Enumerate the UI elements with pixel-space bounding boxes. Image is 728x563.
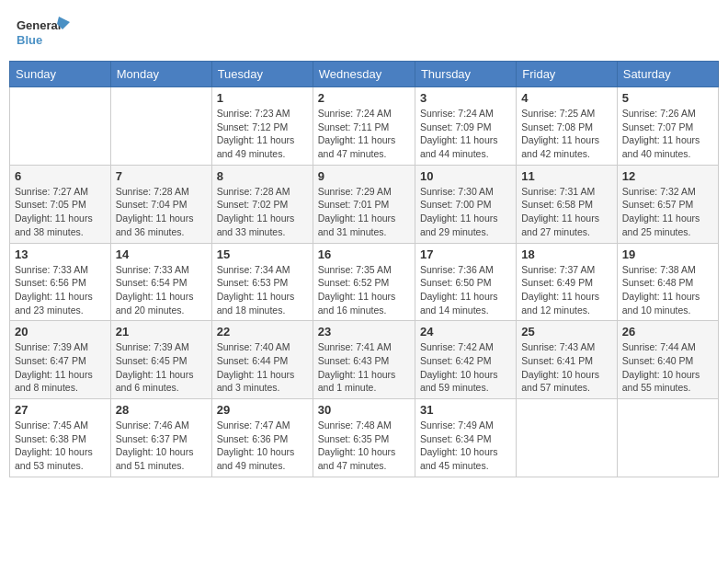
- day-number: 25: [521, 325, 611, 339]
- day-info: Sunrise: 7:26 AMSunset: 7:07 PMDaylight:…: [622, 107, 713, 161]
- calendar-cell: 19Sunrise: 7:38 AMSunset: 6:48 PMDayligh…: [617, 243, 718, 321]
- logo: GeneralBlue: [17, 13, 72, 50]
- day-number: 10: [420, 169, 511, 183]
- day-number: 4: [521, 91, 611, 105]
- day-info: Sunrise: 7:37 AMSunset: 6:49 PMDaylight:…: [521, 263, 611, 317]
- day-number: 6: [15, 169, 106, 183]
- day-info: Sunrise: 7:38 AMSunset: 6:48 PMDaylight:…: [622, 263, 713, 317]
- col-header-saturday: Saturday: [617, 62, 718, 87]
- calendar-cell: 15Sunrise: 7:34 AMSunset: 6:53 PMDayligh…: [211, 243, 313, 321]
- calendar-week-1: 1Sunrise: 7:23 AMSunset: 7:12 PMDaylight…: [10, 87, 719, 166]
- day-number: 14: [116, 247, 207, 261]
- calendar-cell: 24Sunrise: 7:42 AMSunset: 6:42 PMDayligh…: [415, 321, 516, 399]
- calendar-cell: [10, 87, 111, 166]
- calendar-cell: 13Sunrise: 7:33 AMSunset: 6:56 PMDayligh…: [10, 243, 111, 321]
- day-info: Sunrise: 7:42 AMSunset: 6:42 PMDaylight:…: [420, 340, 511, 395]
- day-info: Sunrise: 7:25 AMSunset: 7:08 PMDaylight:…: [521, 107, 611, 161]
- day-number: 5: [622, 91, 713, 105]
- calendar-cell: 12Sunrise: 7:32 AMSunset: 6:57 PMDayligh…: [617, 165, 718, 243]
- calendar-cell: 14Sunrise: 7:33 AMSunset: 6:54 PMDayligh…: [110, 243, 211, 321]
- calendar-cell: 18Sunrise: 7:37 AMSunset: 6:49 PMDayligh…: [517, 243, 617, 321]
- calendar-cell: 21Sunrise: 7:39 AMSunset: 6:45 PMDayligh…: [110, 321, 211, 399]
- day-info: Sunrise: 7:32 AMSunset: 6:57 PMDaylight:…: [622, 185, 713, 239]
- calendar-cell: 5Sunrise: 7:26 AMSunset: 7:07 PMDaylight…: [617, 87, 718, 166]
- day-number: 22: [217, 325, 308, 339]
- calendar-cell: 25Sunrise: 7:43 AMSunset: 6:41 PMDayligh…: [517, 321, 617, 399]
- day-info: Sunrise: 7:33 AMSunset: 6:56 PMDaylight:…: [15, 263, 106, 317]
- col-header-friday: Friday: [517, 62, 617, 87]
- day-info: Sunrise: 7:39 AMSunset: 6:47 PMDaylight:…: [15, 340, 106, 395]
- col-header-wednesday: Wednesday: [313, 62, 415, 87]
- col-header-thursday: Thursday: [415, 62, 516, 87]
- header-row: SundayMondayTuesdayWednesdayThursdayFrid…: [10, 62, 719, 87]
- day-number: 13: [15, 247, 106, 261]
- day-number: 28: [116, 403, 207, 417]
- day-number: 31: [420, 403, 511, 417]
- day-info: Sunrise: 7:48 AMSunset: 6:35 PMDaylight:…: [318, 419, 410, 473]
- day-number: 12: [622, 169, 713, 183]
- calendar-cell: 1Sunrise: 7:23 AMSunset: 7:12 PMDaylight…: [211, 87, 313, 166]
- svg-text:General: General: [17, 18, 61, 32]
- day-number: 16: [318, 247, 410, 261]
- page-header: GeneralBlue: [9, 9, 719, 53]
- calendar-cell: 27Sunrise: 7:45 AMSunset: 6:38 PMDayligh…: [10, 399, 111, 477]
- day-number: 18: [521, 247, 611, 261]
- day-number: 17: [420, 247, 511, 261]
- day-info: Sunrise: 7:24 AMSunset: 7:09 PMDaylight:…: [420, 107, 511, 161]
- calendar-week-2: 6Sunrise: 7:27 AMSunset: 7:05 PMDaylight…: [10, 165, 719, 243]
- day-info: Sunrise: 7:43 AMSunset: 6:41 PMDaylight:…: [521, 340, 611, 395]
- day-info: Sunrise: 7:44 AMSunset: 6:40 PMDaylight:…: [622, 340, 713, 395]
- calendar-cell: 28Sunrise: 7:46 AMSunset: 6:37 PMDayligh…: [110, 399, 211, 477]
- day-number: 1: [217, 91, 308, 105]
- calendar-cell: 8Sunrise: 7:28 AMSunset: 7:02 PMDaylight…: [211, 165, 313, 243]
- day-info: Sunrise: 7:35 AMSunset: 6:52 PMDaylight:…: [318, 263, 410, 317]
- day-number: 21: [116, 325, 207, 339]
- day-info: Sunrise: 7:23 AMSunset: 7:12 PMDaylight:…: [217, 107, 308, 161]
- day-number: 15: [217, 247, 308, 261]
- day-info: Sunrise: 7:34 AMSunset: 6:53 PMDaylight:…: [217, 263, 308, 317]
- day-number: 2: [318, 91, 410, 105]
- calendar-table: SundayMondayTuesdayWednesdayThursdayFrid…: [9, 61, 719, 477]
- calendar-cell: 17Sunrise: 7:36 AMSunset: 6:50 PMDayligh…: [415, 243, 516, 321]
- day-number: 20: [15, 325, 106, 339]
- day-number: 23: [318, 325, 410, 339]
- calendar-cell: [617, 399, 718, 477]
- calendar-cell: 23Sunrise: 7:41 AMSunset: 6:43 PMDayligh…: [313, 321, 415, 399]
- calendar-cell: 3Sunrise: 7:24 AMSunset: 7:09 PMDaylight…: [415, 87, 516, 166]
- day-info: Sunrise: 7:49 AMSunset: 6:34 PMDaylight:…: [420, 419, 511, 473]
- day-info: Sunrise: 7:28 AMSunset: 7:02 PMDaylight:…: [217, 185, 308, 239]
- calendar-cell: 22Sunrise: 7:40 AMSunset: 6:44 PMDayligh…: [211, 321, 313, 399]
- calendar-cell: 11Sunrise: 7:31 AMSunset: 6:58 PMDayligh…: [517, 165, 617, 243]
- col-header-tuesday: Tuesday: [211, 62, 313, 87]
- day-number: 24: [420, 325, 511, 339]
- day-number: 3: [420, 91, 511, 105]
- calendar-cell: [517, 399, 617, 477]
- day-info: Sunrise: 7:31 AMSunset: 6:58 PMDaylight:…: [521, 185, 611, 239]
- calendar-cell: 10Sunrise: 7:30 AMSunset: 7:00 PMDayligh…: [415, 165, 516, 243]
- day-info: Sunrise: 7:30 AMSunset: 7:00 PMDaylight:…: [420, 185, 511, 239]
- day-number: 9: [318, 169, 410, 183]
- calendar-cell: 7Sunrise: 7:28 AMSunset: 7:04 PMDaylight…: [110, 165, 211, 243]
- calendar-week-3: 13Sunrise: 7:33 AMSunset: 6:56 PMDayligh…: [10, 243, 719, 321]
- calendar-cell: 9Sunrise: 7:29 AMSunset: 7:01 PMDaylight…: [313, 165, 415, 243]
- day-info: Sunrise: 7:40 AMSunset: 6:44 PMDaylight:…: [217, 340, 308, 395]
- day-number: 8: [217, 169, 308, 183]
- calendar-cell: 4Sunrise: 7:25 AMSunset: 7:08 PMDaylight…: [517, 87, 617, 166]
- calendar-cell: 29Sunrise: 7:47 AMSunset: 6:36 PMDayligh…: [211, 399, 313, 477]
- day-number: 30: [318, 403, 410, 417]
- calendar-week-5: 27Sunrise: 7:45 AMSunset: 6:38 PMDayligh…: [10, 399, 719, 477]
- day-info: Sunrise: 7:36 AMSunset: 6:50 PMDaylight:…: [420, 263, 511, 317]
- calendar-cell: 26Sunrise: 7:44 AMSunset: 6:40 PMDayligh…: [617, 321, 718, 399]
- calendar-cell: 20Sunrise: 7:39 AMSunset: 6:47 PMDayligh…: [10, 321, 111, 399]
- day-number: 26: [622, 325, 713, 339]
- svg-text:Blue: Blue: [17, 33, 42, 47]
- calendar-cell: 16Sunrise: 7:35 AMSunset: 6:52 PMDayligh…: [313, 243, 415, 321]
- day-info: Sunrise: 7:45 AMSunset: 6:38 PMDaylight:…: [15, 419, 106, 473]
- day-number: 19: [622, 247, 713, 261]
- day-info: Sunrise: 7:33 AMSunset: 6:54 PMDaylight:…: [116, 263, 207, 317]
- day-info: Sunrise: 7:27 AMSunset: 7:05 PMDaylight:…: [15, 185, 106, 239]
- day-number: 27: [15, 403, 106, 417]
- calendar-cell: 31Sunrise: 7:49 AMSunset: 6:34 PMDayligh…: [415, 399, 516, 477]
- calendar-cell: 2Sunrise: 7:24 AMSunset: 7:11 PMDaylight…: [313, 87, 415, 166]
- day-info: Sunrise: 7:41 AMSunset: 6:43 PMDaylight:…: [318, 340, 410, 395]
